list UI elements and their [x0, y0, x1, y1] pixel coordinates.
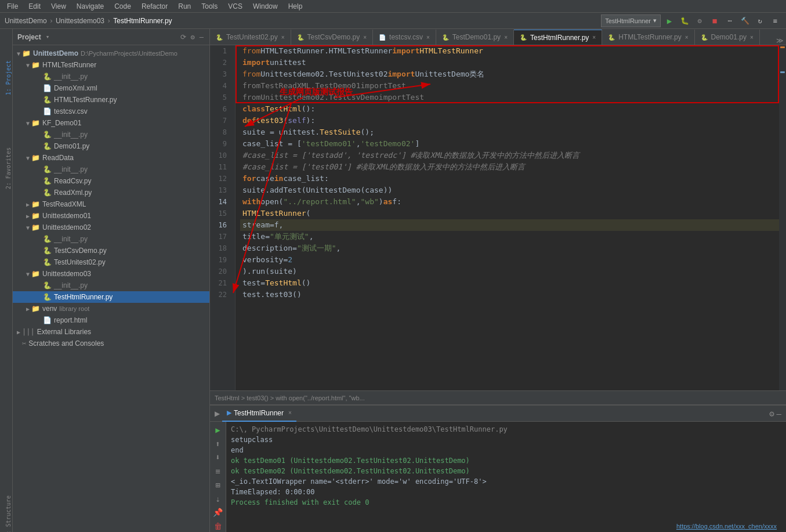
- code-content[interactable]: from HTMLTestRunner.HTMLTestRunner impor…: [236, 45, 786, 390]
- bottom-settings-icon[interactable]: ⚙: [769, 409, 774, 418]
- right-scroll-gutter[interactable]: [779, 45, 786, 390]
- tree-item-testunitest02[interactable]: 🐍 TestUnitest02.py: [13, 256, 209, 268]
- tree-item-demo01[interactable]: 🐍 Demo01.py: [13, 140, 209, 152]
- tree-item-readdata[interactable]: ▼ 📁 ReadData: [13, 152, 209, 164]
- run-wrap-btn[interactable]: ≡: [212, 465, 224, 477]
- breadcrumb-module[interactable]: Unittestdemo03: [56, 17, 104, 25]
- menu-code[interactable]: Code: [110, 1, 136, 12]
- tree-item-htmltestrunner[interactable]: ▼ 📁 HTMLTestRunner: [13, 59, 209, 71]
- settings-button[interactable]: ≡: [769, 15, 781, 27]
- tree-item-testhtmlrunner[interactable]: 🐍 TestHtmlRunner.py: [13, 291, 209, 303]
- menu-navigate[interactable]: Navigate: [72, 1, 108, 12]
- tab-overflow-icon[interactable]: ≫: [776, 37, 784, 45]
- stop-button[interactable]: ■: [708, 15, 721, 27]
- csv-file-icon: 📄: [43, 107, 52, 115]
- tree-item-report[interactable]: 📄 report.html: [13, 314, 209, 326]
- menu-view[interactable]: View: [46, 1, 71, 12]
- run-clear-btn[interactable]: 🗑: [212, 520, 224, 532]
- menu-refactor[interactable]: Refactor: [137, 1, 172, 12]
- breadcrumb-sep-2: ›: [107, 17, 111, 25]
- tab-close-icon[interactable]: ×: [592, 34, 596, 41]
- tab-testcsvdemo[interactable]: 🐍 TestCsvDemo.py ×: [291, 30, 374, 45]
- tab-testdemo01[interactable]: 🐍 TestDemo01.py ×: [436, 30, 514, 45]
- breadcrumb-project[interactable]: UnittestDemo: [5, 17, 47, 25]
- tab-label: TestUnitest02.py: [226, 33, 278, 41]
- tab-close-icon[interactable]: ×: [281, 34, 285, 41]
- tree-item-unittestdemo02[interactable]: ▼ 📁 Unittestdemo02: [13, 222, 209, 233]
- run-stop-btn[interactable]: ⬆: [212, 438, 224, 450]
- tree-item-scratches[interactable]: ✂ Scratches and Consoles: [13, 338, 209, 349]
- tab-testunitest02[interactable]: 🐍 TestUnitest02.py ×: [210, 30, 291, 45]
- menu-tools[interactable]: Tools: [197, 1, 222, 12]
- tab-close-icon[interactable]: ×: [504, 34, 508, 41]
- gear-icon[interactable]: ⚙: [190, 32, 196, 42]
- bottom-tab-close[interactable]: ×: [288, 410, 292, 416]
- tree-item-htmltestrunner-py[interactable]: 🐍 HTMLTestRunner.py: [13, 94, 209, 106]
- menu-vcs[interactable]: VCS: [223, 1, 247, 12]
- run-filter-btn[interactable]: ⊞: [212, 479, 224, 491]
- breadcrumb-sep-1: ›: [49, 17, 53, 25]
- code-line-6: class TestHtml():: [240, 103, 786, 115]
- tree-item-unittestdemo03[interactable]: ▼ 📁 Unittestdemo03: [13, 268, 209, 280]
- bottom-right-link[interactable]: https://blog.csdn.net/xxx_chen/xxxx: [676, 523, 777, 530]
- run-down-btn[interactable]: ⬇: [212, 452, 224, 464]
- menu-run[interactable]: Run: [173, 1, 195, 12]
- code-line-17: title="单元测试",: [240, 231, 786, 243]
- tab-close-icon[interactable]: ×: [426, 34, 430, 41]
- build-button[interactable]: 🔨: [738, 15, 751, 27]
- code-line-16: 💡 stream=f,: [240, 219, 786, 231]
- tab-testcsv[interactable]: 📄 testcsv.csv ×: [373, 30, 436, 45]
- line-num-11: 11: [210, 161, 230, 173]
- tab-close-icon[interactable]: ×: [363, 34, 367, 41]
- code-line-19: verbosity=2: [240, 254, 786, 266]
- sidebar-tab-favorites[interactable]: 2: Favorites: [0, 145, 13, 191]
- tree-item-init-ud03[interactable]: 🐍 __init__.py: [13, 280, 209, 291]
- tab-testhtmlrunner[interactable]: 🐍 TestHtmlRunner.py ×: [514, 30, 602, 45]
- breadcrumb-file[interactable]: TestHtmlRunner.py: [113, 17, 172, 25]
- python-file-icon: 🐍: [43, 293, 52, 301]
- tree-item-readxml[interactable]: 🐍 ReadXml.py: [13, 187, 209, 198]
- run-button[interactable]: ▶: [663, 15, 676, 27]
- tree-item-root[interactable]: ▼ 📁 UnittestDemo D:\PycharmProjects\Unit…: [13, 48, 209, 59]
- tree-item-kfdemo01[interactable]: ▼ 📁 KF_Demo01: [13, 117, 209, 129]
- run-scroll-btn[interactable]: ⇣: [212, 493, 224, 505]
- run-config-dropdown[interactable]: TestHtmlRunner ▾: [601, 15, 661, 27]
- tree-item-venv[interactable]: ▶ 📁 venv library root: [13, 303, 209, 314]
- tab-demo01[interactable]: 🐍 Demo01.py ×: [695, 30, 760, 45]
- menu-window[interactable]: Window: [248, 1, 282, 12]
- bottom-tab-run[interactable]: ▶ TestHtmlRunner ×: [222, 406, 296, 422]
- sync-icon[interactable]: ⟳: [179, 32, 187, 42]
- bottom-panel-body: ▶ ⬆ ⬇ ≡ ⊞ ⇣ 📌 🗑 C:\, PycharmProjects\Uni…: [210, 422, 786, 532]
- tree-item-unittestdemo01[interactable]: ▶ 📁 Unittestdemo01: [13, 210, 209, 222]
- sidebar-tab-project[interactable]: 1: Project: [0, 58, 13, 97]
- tree-item-demoxml[interactable]: 📄 DemoXml.xml: [13, 82, 209, 94]
- menu-help[interactable]: Help: [284, 1, 307, 12]
- menu-edit[interactable]: Edit: [24, 1, 45, 12]
- update-button[interactable]: ↻: [754, 15, 766, 27]
- tree-item-init-ud02[interactable]: 🐍 __init__.py: [13, 233, 209, 245]
- tree-item-testreadxml[interactable]: ▶ 📁 TestReadXML: [13, 198, 209, 210]
- line-numbers: 1 2 3 4 5 6 7 8 9 10 11 12 13 14 15 16 1: [210, 45, 236, 390]
- minus-icon[interactable]: —: [198, 32, 205, 42]
- menu-file[interactable]: File: [2, 1, 23, 12]
- tree-item-init-rd[interactable]: 🐍 __init__.py: [13, 164, 209, 175]
- tree-item-init-kf[interactable]: 🐍 __init__.py: [13, 129, 209, 140]
- tree-item-readcsv[interactable]: 🐍 ReadCsv.py: [13, 175, 209, 187]
- tree-item-testcsvdemo[interactable]: 🐍 TestCsvDemo.py: [13, 245, 209, 256]
- tab-htmltestrunner[interactable]: 🐍 HTMLTestRunner.py ×: [602, 30, 694, 45]
- debug-button[interactable]: 🐛: [678, 15, 691, 27]
- bottom-minus-icon[interactable]: —: [777, 409, 781, 418]
- tree-arrow: ▼: [15, 50, 22, 57]
- python-file-icon: 🐍: [43, 73, 52, 81]
- tab-close-icon[interactable]: ×: [750, 34, 754, 41]
- more-button[interactable]: ⋯: [723, 15, 736, 27]
- tree-label: __init__.py: [54, 235, 88, 243]
- coverage-button[interactable]: ⚙: [693, 15, 706, 27]
- sidebar-tab-structure[interactable]: 2: Structure: [0, 493, 13, 532]
- tree-item-init1[interactable]: 🐍 __init__.py: [13, 71, 209, 82]
- tab-close-icon[interactable]: ×: [685, 34, 689, 41]
- run-pin-btn[interactable]: 📌: [212, 507, 224, 519]
- tree-item-testcsv[interactable]: 📄 testcsv.csv: [13, 106, 209, 117]
- run-play-btn[interactable]: ▶: [212, 424, 224, 436]
- tree-item-external-libs[interactable]: ▶ ||| External Libraries: [13, 326, 209, 338]
